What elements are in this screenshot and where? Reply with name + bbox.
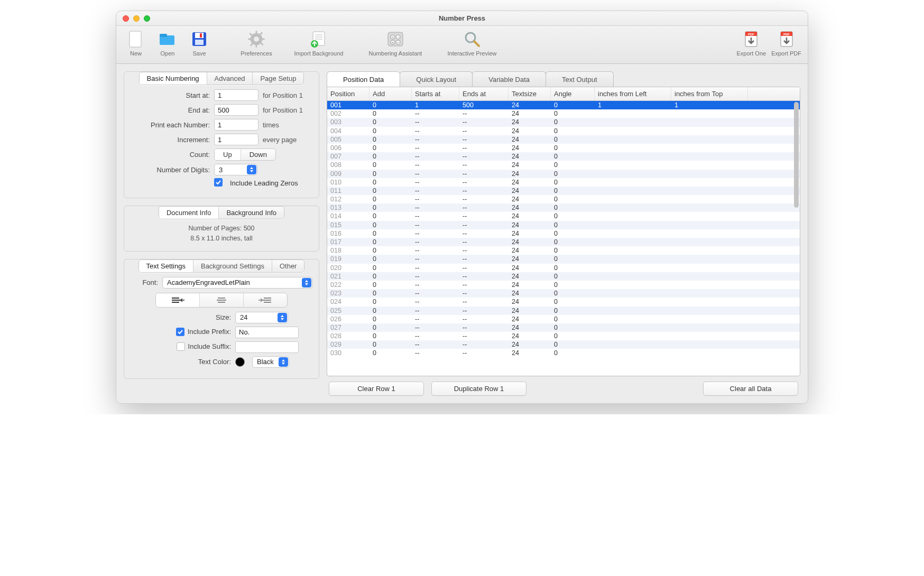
table-cell: 0 <box>551 170 595 178</box>
table-header-cell[interactable]: inches from Top <box>671 87 748 100</box>
clear-row-button[interactable]: Clear Row 1 <box>329 382 424 396</box>
prefix-input[interactable] <box>235 327 299 338</box>
tab-advanced[interactable]: Advanced <box>207 72 253 85</box>
scrollbar[interactable] <box>794 102 799 208</box>
table-row[interactable]: 0060----240 <box>327 144 800 152</box>
save-button[interactable]: Save <box>186 29 212 57</box>
table-header-cell[interactable]: Angle <box>551 87 595 100</box>
table-row[interactable]: 0040----240 <box>327 127 800 135</box>
duplicate-row-button[interactable]: Duplicate Row 1 <box>431 382 526 396</box>
table-cell <box>671 289 748 298</box>
table-row[interactable]: 0200----240 <box>327 264 800 272</box>
table-cell: 24 <box>509 272 551 281</box>
table-header-cell[interactable]: Starts at <box>412 87 459 100</box>
table-row[interactable]: 0130----240 <box>327 203 800 212</box>
tab-basic-numbering[interactable]: Basic Numbering <box>140 72 207 85</box>
count-down-button[interactable]: Down <box>241 149 275 160</box>
clear-all-button[interactable]: Clear all Data <box>703 382 798 396</box>
text-color-select[interactable]: Black <box>252 356 289 368</box>
table-row[interactable]: 0080----240 <box>327 161 800 169</box>
table-row[interactable]: 0020----240 <box>327 109 800 118</box>
open-button[interactable]: Open <box>154 29 181 57</box>
interactive-preview-button[interactable]: Interactive Preview <box>438 29 506 57</box>
tab-text-output[interactable]: Text Output <box>546 71 613 87</box>
table-row[interactable]: 0120----240 <box>327 195 800 203</box>
import-background-button[interactable]: Import Background <box>284 29 353 57</box>
table-cell <box>671 238 748 246</box>
table-row[interactable]: 0050----240 <box>327 135 800 144</box>
size-select[interactable]: 24 <box>235 312 288 323</box>
table-row[interactable]: 0030----240 <box>327 118 800 126</box>
include-suffix-checkbox[interactable] <box>177 342 185 351</box>
table-cell <box>595 340 671 349</box>
tab-other[interactable]: Other <box>272 260 304 272</box>
table-header-cell[interactable]: Textsize <box>509 87 551 100</box>
table-row[interactable]: 0290----240 <box>327 340 800 349</box>
maximize-icon[interactable] <box>144 15 150 22</box>
table-row[interactable]: 0170----240 <box>327 238 800 246</box>
table-cell: -- <box>459 170 509 178</box>
numbering-assistant-button[interactable]: +−×÷ Numbering Assistant <box>358 29 432 57</box>
preferences-button[interactable]: Preferences <box>234 29 279 57</box>
table-cell: 0 <box>369 246 412 255</box>
table-row[interactable]: 0110----240 <box>327 187 800 195</box>
table-row[interactable]: 0090----240 <box>327 170 800 178</box>
font-select[interactable]: AcademyEngravedLetPlain <box>162 277 312 289</box>
table-row[interactable]: 0150----240 <box>327 221 800 229</box>
table-row[interactable]: 0210----240 <box>327 272 800 281</box>
end-at-input[interactable] <box>214 104 258 116</box>
align-left-button[interactable] <box>156 293 200 307</box>
table-row[interactable]: 0270----240 <box>327 323 800 332</box>
close-icon[interactable] <box>123 15 129 22</box>
align-right-button[interactable] <box>244 293 287 307</box>
tab-quick-layout[interactable]: Quick Layout <box>400 71 473 87</box>
count-up-button[interactable]: Up <box>215 149 241 160</box>
table-row[interactable]: 0220----240 <box>327 281 800 289</box>
table-header-cell[interactable]: Position <box>327 87 369 100</box>
increment-input[interactable] <box>214 134 258 145</box>
table-row[interactable]: 0010150024011 <box>327 101 800 109</box>
table-cell: 0 <box>369 109 412 118</box>
table-cell <box>671 264 748 272</box>
table-cell: 0 <box>551 135 595 144</box>
table-cell: 018 <box>327 246 369 255</box>
table-cell: 1 <box>595 101 671 109</box>
start-at-input[interactable] <box>214 89 258 101</box>
table-row[interactable]: 0190----240 <box>327 255 800 263</box>
table-body[interactable]: 00101500240110020----2400030----2400040-… <box>327 101 800 376</box>
suffix-input[interactable] <box>235 341 299 353</box>
leading-zeros-checkbox[interactable] <box>214 178 223 187</box>
minimize-icon[interactable] <box>133 15 140 22</box>
table-row[interactable]: 0260----240 <box>327 315 800 323</box>
table-row[interactable]: 0100----240 <box>327 178 800 187</box>
digits-select[interactable]: 3 <box>214 164 257 175</box>
export-pdf-button[interactable]: PDF Export PDF <box>771 29 801 57</box>
table-header-cell[interactable]: Add <box>369 87 412 100</box>
export-one-button[interactable]: PDF Export One <box>737 29 766 57</box>
new-button[interactable]: New <box>123 29 149 57</box>
table-header-cell[interactable]: Ends at <box>459 87 509 100</box>
table-row[interactable]: 0180----240 <box>327 246 800 255</box>
table-cell <box>595 298 671 306</box>
table-row[interactable]: 0240----240 <box>327 298 800 306</box>
table-row[interactable]: 0250----240 <box>327 306 800 315</box>
print-each-input[interactable] <box>214 119 258 131</box>
table-row[interactable]: 0230----240 <box>327 289 800 298</box>
table-row[interactable]: 0160----240 <box>327 229 800 238</box>
table-row[interactable]: 0280----240 <box>327 332 800 340</box>
tab-background-info[interactable]: Background Info <box>219 207 284 219</box>
table-cell <box>671 306 748 315</box>
tab-text-settings[interactable]: Text Settings <box>139 260 193 272</box>
tab-position-data[interactable]: Position Data <box>327 71 400 87</box>
table-row[interactable]: 0140----240 <box>327 212 800 220</box>
align-center-button[interactable] <box>200 293 244 307</box>
table-header-cell[interactable]: inches from Left <box>595 87 671 100</box>
tab-background-settings[interactable]: Background Settings <box>193 260 272 272</box>
table-row[interactable]: 0300----240 <box>327 349 800 357</box>
include-prefix-checkbox[interactable] <box>176 328 184 336</box>
include-suffix-label: Include Suffix: <box>131 342 231 351</box>
tab-document-info[interactable]: Document Info <box>159 207 219 219</box>
table-row[interactable]: 0070----240 <box>327 152 800 161</box>
tab-variable-data[interactable]: Variable Data <box>472 71 546 87</box>
tab-page-setup[interactable]: Page Setup <box>253 72 303 85</box>
